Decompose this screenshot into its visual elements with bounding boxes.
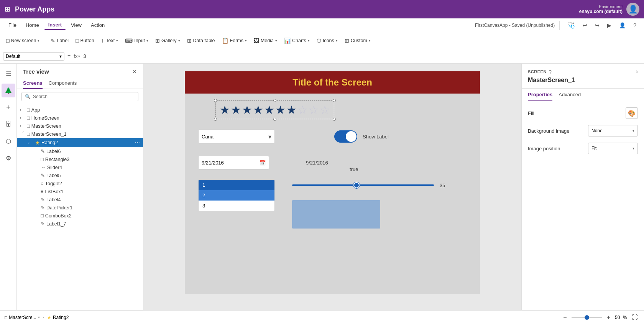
avatar[interactable]: 👤	[626, 3, 639, 16]
image-position-dropdown[interactable]: Fit ▾	[588, 143, 638, 154]
charts-button[interactable]: 📊 Charts ▾	[281, 36, 313, 45]
sidebar-add-icon[interactable]: +	[2, 100, 15, 114]
image-position-row: Image position Fit ▾	[528, 143, 638, 154]
tab-advanced[interactable]: Advanced	[559, 89, 581, 101]
tree-item-label17[interactable]: ✎ Label1_7	[17, 220, 143, 228]
more-button[interactable]: ···	[135, 139, 140, 146]
background-image-label: Background image	[528, 128, 569, 134]
search-input[interactable]	[33, 94, 135, 99]
fx-indicator[interactable]: fx ▾	[74, 53, 80, 59]
breadcrumb-selected-item[interactable]: ★ Rating2	[47, 315, 69, 320]
tree-item-slider4[interactable]: ↔ Slider4	[17, 163, 143, 171]
fill-color-swatch[interactable]: 🎨	[626, 107, 638, 119]
custom-button[interactable]: ⊞ Custom ▾	[342, 36, 374, 45]
toggle-switch[interactable]	[334, 130, 357, 143]
star-8[interactable]: ☆	[297, 103, 308, 117]
rating-container[interactable]: ★ ★ ★ ★ ★ ★ ★ ☆ ☆ ☆	[215, 100, 334, 119]
fullscreen-button[interactable]: ⛶	[630, 314, 639, 321]
media-button[interactable]: 🖼 Media ▾	[251, 36, 280, 45]
slider-track[interactable]	[292, 184, 434, 186]
scope-dropdown[interactable]: Default ▾	[3, 52, 64, 61]
star-4[interactable]: ★	[253, 103, 263, 117]
sidebar-data-icon[interactable]: 🗄	[2, 117, 15, 131]
star-7[interactable]: ★	[286, 103, 297, 117]
menu-home[interactable]: Home	[22, 21, 43, 30]
datepicker-input[interactable]: 9/21/2016 📅	[198, 156, 269, 169]
formula-input[interactable]	[83, 53, 641, 59]
label-button[interactable]: ✎ Label	[48, 36, 72, 45]
menu-view[interactable]: View	[67, 21, 85, 30]
background-image-dropdown[interactable]: None ▾	[588, 125, 638, 137]
listbox[interactable]: 1 2 3	[198, 179, 275, 211]
input-button[interactable]: ⌨ Input ▾	[122, 36, 151, 45]
tree-item-combobox2[interactable]: □ ComboBox2	[17, 212, 143, 220]
tree-item-rating2[interactable]: › ★ Rating2 ···	[17, 138, 143, 147]
help-button[interactable]: ?	[630, 21, 639, 30]
screen-help-icon[interactable]: ?	[549, 69, 552, 75]
zoom-minus-button[interactable]: −	[562, 314, 568, 321]
tree-item-rectangle3[interactable]: □ Rectangle3	[17, 155, 143, 163]
menu-file[interactable]: File	[5, 21, 20, 30]
tree-item-listbox1[interactable]: ≡ ListBox1	[17, 187, 143, 196]
listbox-item-2[interactable]: 2	[199, 190, 274, 201]
data-table-button[interactable]: ⊞ Data table	[184, 36, 218, 45]
sidebar-menu-icon[interactable]: ☰	[2, 67, 15, 81]
handle-br	[333, 118, 336, 121]
star-9[interactable]: ☆	[309, 103, 319, 117]
tab-components[interactable]: Components	[49, 78, 77, 89]
star-6[interactable]: ★	[275, 103, 286, 117]
treeview-close-button[interactable]: ✕	[132, 69, 137, 75]
stethoscope-button[interactable]: 🩺	[564, 20, 578, 30]
icons-chevron: ▾	[336, 39, 338, 43]
redo-button[interactable]: ↪	[592, 21, 603, 30]
new-screen-button[interactable]: □ New screen ▾	[3, 36, 43, 45]
play-button[interactable]: ▶	[604, 21, 614, 30]
menu-insert[interactable]: Insert	[44, 20, 66, 30]
image-position-value: Fit	[591, 146, 596, 151]
forms-button[interactable]: 📋 Forms ▾	[219, 36, 250, 45]
slider-knob[interactable]	[353, 182, 360, 188]
tree-item-label5[interactable]: ✎ Label5	[17, 171, 143, 179]
star-1[interactable]: ★	[220, 103, 230, 117]
text-button[interactable]: T Text ▾	[98, 36, 122, 45]
breadcrumb-screen[interactable]: □ MasterScre... ▾	[5, 315, 40, 320]
tree-item-homescreen[interactable]: › □ HomeScreen	[17, 114, 143, 122]
combobox2-icon: □	[41, 213, 44, 219]
waffle-icon[interactable]: ⊞	[5, 5, 10, 13]
menu-action[interactable]: Action	[87, 21, 108, 30]
sidebar-settings-icon[interactable]: ⚙	[2, 151, 15, 165]
zoom-slider[interactable]	[572, 317, 602, 318]
tree-item-toggle2[interactable]: ○ Toggle2	[17, 179, 143, 187]
tree-item-label4[interactable]: ✎ Label4	[17, 196, 143, 204]
tree-item-app[interactable]: › □ App	[17, 106, 143, 114]
forms-icon: 📋	[222, 38, 228, 44]
tab-properties[interactable]: Properties	[528, 89, 552, 101]
star-3[interactable]: ★	[242, 103, 252, 117]
expand-icon: ›	[20, 124, 25, 128]
listbox-item-3[interactable]: 3	[199, 201, 274, 211]
tab-screens[interactable]: Screens	[23, 78, 43, 89]
screen-label: SCREEN	[528, 69, 547, 74]
handle-tr	[333, 99, 336, 102]
media-icon: 🖼	[254, 38, 259, 44]
blue-rectangle[interactable]	[292, 200, 380, 229]
properties-header: SCREEN ? ›	[522, 64, 644, 77]
zoom-plus-button[interactable]: +	[605, 314, 612, 321]
tree-item-label6[interactable]: ✎ Label6	[17, 147, 143, 155]
tree-item-masterscreen[interactable]: › □ MasterScreen	[17, 122, 143, 130]
star-5[interactable]: ★	[264, 103, 274, 117]
tree-item-masterscreen1[interactable]: › □ MasterScreen_1	[17, 130, 143, 138]
sidebar-tree-icon[interactable]: 🌲	[2, 84, 15, 97]
gallery-button[interactable]: ⊞ Gallery ▾	[152, 36, 183, 45]
sidebar-components-icon[interactable]: ⬡	[2, 134, 15, 148]
star-10[interactable]: ☆	[320, 103, 330, 117]
tree-item-datepicker1[interactable]: ✎ DatePicker1	[17, 204, 143, 212]
listbox-item-1[interactable]: 1	[199, 180, 274, 190]
star-2[interactable]: ★	[231, 103, 241, 117]
button-button[interactable]: □ Button	[72, 36, 97, 45]
undo-button[interactable]: ↩	[580, 21, 590, 30]
icons-button[interactable]: ⬡ Icons ▾	[314, 36, 341, 45]
panel-collapse-button[interactable]: ›	[636, 68, 638, 75]
add-user-button[interactable]: 👤	[616, 21, 629, 30]
combobox[interactable]: Cana ▾	[198, 130, 275, 143]
